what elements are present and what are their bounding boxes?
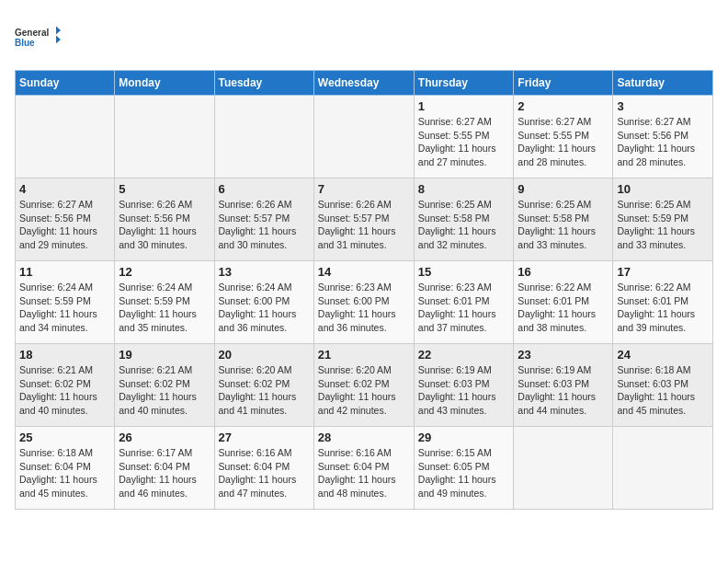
day-number: 7 bbox=[318, 182, 410, 196]
calendar-cell: 7Sunrise: 6:26 AM Sunset: 5:57 PM Daylig… bbox=[313, 178, 414, 261]
calendar-cell: 24Sunrise: 6:18 AM Sunset: 6:03 PM Dayli… bbox=[613, 344, 713, 427]
day-number: 25 bbox=[19, 431, 110, 444]
calendar-cell: 13Sunrise: 6:24 AM Sunset: 6:00 PM Dayli… bbox=[214, 261, 313, 344]
calendar-cell: 12Sunrise: 6:24 AM Sunset: 5:59 PM Dayli… bbox=[115, 261, 214, 344]
calendar-cell: 25Sunrise: 6:18 AM Sunset: 6:04 PM Dayli… bbox=[16, 427, 115, 510]
calendar-cell: 14Sunrise: 6:23 AM Sunset: 6:00 PM Dayli… bbox=[313, 261, 414, 344]
day-number: 10 bbox=[617, 182, 709, 196]
day-detail: Sunrise: 6:25 AM Sunset: 5:58 PM Dayligh… bbox=[518, 198, 609, 252]
calendar-header-sunday: Sunday bbox=[16, 71, 115, 96]
day-detail: Sunrise: 6:15 AM Sunset: 6:05 PM Dayligh… bbox=[418, 446, 510, 500]
logo: General Blue bbox=[15, 15, 61, 61]
day-number: 6 bbox=[219, 182, 310, 196]
calendar-cell: 28Sunrise: 6:16 AM Sunset: 6:04 PM Dayli… bbox=[313, 427, 414, 510]
calendar-cell: 27Sunrise: 6:16 AM Sunset: 6:04 PM Dayli… bbox=[214, 427, 313, 510]
calendar-cell bbox=[214, 96, 313, 178]
calendar-cell: 22Sunrise: 6:19 AM Sunset: 6:03 PM Dayli… bbox=[414, 344, 514, 427]
calendar-cell: 11Sunrise: 6:24 AM Sunset: 5:59 PM Dayli… bbox=[16, 261, 115, 344]
day-number: 28 bbox=[318, 431, 410, 444]
day-detail: Sunrise: 6:17 AM Sunset: 6:04 PM Dayligh… bbox=[119, 446, 210, 500]
day-number: 2 bbox=[518, 99, 609, 113]
day-number: 13 bbox=[219, 265, 310, 279]
calendar-header-thursday: Thursday bbox=[414, 71, 514, 96]
svg-text:Blue: Blue bbox=[15, 38, 35, 48]
day-number: 19 bbox=[119, 348, 210, 362]
day-detail: Sunrise: 6:19 AM Sunset: 6:03 PM Dayligh… bbox=[518, 363, 609, 418]
day-number: 21 bbox=[318, 348, 410, 362]
calendar-cell: 8Sunrise: 6:25 AM Sunset: 5:58 PM Daylig… bbox=[414, 178, 514, 261]
calendar-cell: 5Sunrise: 6:26 AM Sunset: 5:56 PM Daylig… bbox=[115, 178, 214, 261]
calendar-week-5: 25Sunrise: 6:18 AM Sunset: 6:04 PM Dayli… bbox=[16, 427, 713, 510]
calendar-cell: 6Sunrise: 6:26 AM Sunset: 5:57 PM Daylig… bbox=[214, 178, 313, 261]
day-detail: Sunrise: 6:20 AM Sunset: 6:02 PM Dayligh… bbox=[219, 363, 310, 418]
calendar-cell: 3Sunrise: 6:27 AM Sunset: 5:56 PM Daylig… bbox=[613, 96, 713, 178]
day-detail: Sunrise: 6:23 AM Sunset: 6:00 PM Dayligh… bbox=[318, 281, 410, 335]
calendar-week-2: 4Sunrise: 6:27 AM Sunset: 5:56 PM Daylig… bbox=[16, 178, 713, 261]
calendar-cell bbox=[115, 96, 214, 178]
day-detail: Sunrise: 6:22 AM Sunset: 6:01 PM Dayligh… bbox=[617, 281, 709, 335]
day-detail: Sunrise: 6:24 AM Sunset: 5:59 PM Dayligh… bbox=[119, 281, 210, 335]
day-detail: Sunrise: 6:19 AM Sunset: 6:03 PM Dayligh… bbox=[418, 363, 510, 418]
calendar-cell bbox=[613, 427, 713, 510]
day-detail: Sunrise: 6:23 AM Sunset: 6:01 PM Dayligh… bbox=[418, 281, 510, 335]
calendar-cell bbox=[313, 96, 414, 178]
calendar-cell: 26Sunrise: 6:17 AM Sunset: 6:04 PM Dayli… bbox=[115, 427, 214, 510]
day-number: 27 bbox=[219, 431, 310, 444]
day-number: 26 bbox=[119, 431, 210, 444]
calendar-cell bbox=[514, 427, 613, 510]
day-number: 15 bbox=[418, 265, 510, 279]
calendar-header-friday: Friday bbox=[514, 71, 613, 96]
day-number: 23 bbox=[518, 348, 609, 362]
day-number: 17 bbox=[617, 265, 709, 279]
day-detail: Sunrise: 6:18 AM Sunset: 6:04 PM Dayligh… bbox=[19, 446, 110, 500]
page-header: General Blue bbox=[15, 15, 713, 61]
day-detail: Sunrise: 6:21 AM Sunset: 6:02 PM Dayligh… bbox=[19, 363, 110, 418]
day-number: 9 bbox=[518, 182, 609, 196]
day-number: 29 bbox=[418, 431, 510, 444]
day-detail: Sunrise: 6:16 AM Sunset: 6:04 PM Dayligh… bbox=[318, 446, 410, 500]
calendar-table: SundayMondayTuesdayWednesdayThursdayFrid… bbox=[15, 70, 713, 510]
day-detail: Sunrise: 6:24 AM Sunset: 5:59 PM Dayligh… bbox=[19, 281, 110, 335]
day-number: 8 bbox=[418, 182, 510, 196]
day-detail: Sunrise: 6:25 AM Sunset: 5:59 PM Dayligh… bbox=[617, 198, 709, 252]
calendar-cell: 4Sunrise: 6:27 AM Sunset: 5:56 PM Daylig… bbox=[16, 178, 115, 261]
day-detail: Sunrise: 6:27 AM Sunset: 5:56 PM Dayligh… bbox=[617, 115, 709, 169]
day-number: 11 bbox=[19, 265, 110, 279]
logo-svg: General Blue bbox=[15, 15, 61, 61]
calendar-cell: 16Sunrise: 6:22 AM Sunset: 6:01 PM Dayli… bbox=[514, 261, 613, 344]
day-number: 20 bbox=[219, 348, 310, 362]
day-detail: Sunrise: 6:25 AM Sunset: 5:58 PM Dayligh… bbox=[418, 198, 510, 252]
calendar-header-tuesday: Tuesday bbox=[214, 71, 313, 96]
day-detail: Sunrise: 6:27 AM Sunset: 5:55 PM Dayligh… bbox=[518, 115, 609, 169]
calendar-header-wednesday: Wednesday bbox=[313, 71, 414, 96]
day-detail: Sunrise: 6:27 AM Sunset: 5:55 PM Dayligh… bbox=[418, 115, 510, 169]
svg-text:General: General bbox=[15, 28, 49, 38]
calendar-cell: 1Sunrise: 6:27 AM Sunset: 5:55 PM Daylig… bbox=[414, 96, 514, 178]
svg-marker-3 bbox=[56, 36, 61, 44]
day-detail: Sunrise: 6:22 AM Sunset: 6:01 PM Dayligh… bbox=[518, 281, 609, 335]
calendar-cell: 19Sunrise: 6:21 AM Sunset: 6:02 PM Dayli… bbox=[115, 344, 214, 427]
day-detail: Sunrise: 6:18 AM Sunset: 6:03 PM Dayligh… bbox=[617, 363, 709, 418]
calendar-cell: 10Sunrise: 6:25 AM Sunset: 5:59 PM Dayli… bbox=[613, 178, 713, 261]
day-detail: Sunrise: 6:26 AM Sunset: 5:57 PM Dayligh… bbox=[219, 198, 310, 252]
day-detail: Sunrise: 6:16 AM Sunset: 6:04 PM Dayligh… bbox=[219, 446, 310, 500]
day-detail: Sunrise: 6:27 AM Sunset: 5:56 PM Dayligh… bbox=[19, 198, 110, 252]
day-number: 1 bbox=[418, 99, 510, 113]
day-number: 22 bbox=[418, 348, 510, 362]
calendar-cell: 15Sunrise: 6:23 AM Sunset: 6:01 PM Dayli… bbox=[414, 261, 514, 344]
calendar-cell: 17Sunrise: 6:22 AM Sunset: 6:01 PM Dayli… bbox=[613, 261, 713, 344]
calendar-cell: 18Sunrise: 6:21 AM Sunset: 6:02 PM Dayli… bbox=[16, 344, 115, 427]
calendar-cell: 9Sunrise: 6:25 AM Sunset: 5:58 PM Daylig… bbox=[514, 178, 613, 261]
day-detail: Sunrise: 6:20 AM Sunset: 6:02 PM Dayligh… bbox=[318, 363, 410, 418]
calendar-cell: 29Sunrise: 6:15 AM Sunset: 6:05 PM Dayli… bbox=[414, 427, 514, 510]
calendar-week-1: 1Sunrise: 6:27 AM Sunset: 5:55 PM Daylig… bbox=[16, 96, 713, 178]
day-number: 3 bbox=[617, 99, 709, 113]
calendar-header-saturday: Saturday bbox=[613, 71, 713, 96]
calendar-cell bbox=[16, 96, 115, 178]
day-detail: Sunrise: 6:21 AM Sunset: 6:02 PM Dayligh… bbox=[119, 363, 210, 418]
day-number: 12 bbox=[119, 265, 210, 279]
day-number: 4 bbox=[19, 182, 110, 196]
calendar-week-3: 11Sunrise: 6:24 AM Sunset: 5:59 PM Dayli… bbox=[16, 261, 713, 344]
day-number: 16 bbox=[518, 265, 609, 279]
day-number: 18 bbox=[19, 348, 110, 362]
